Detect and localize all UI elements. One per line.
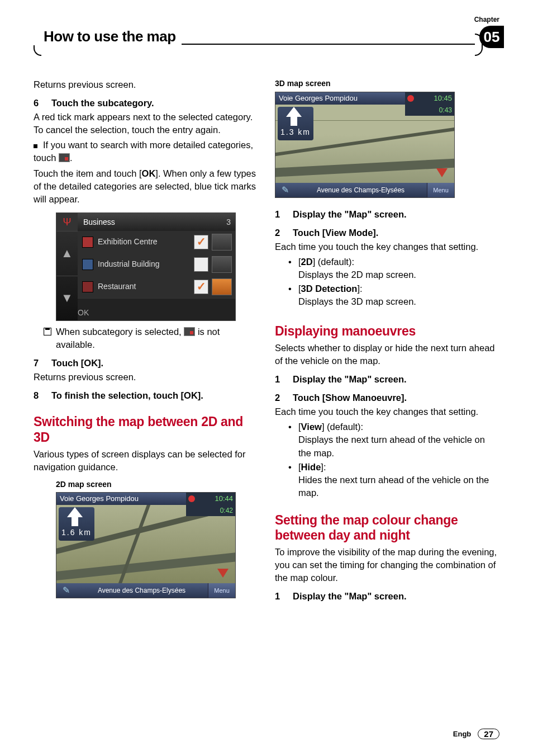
step-2: 2 Touch [View Mode]. [275,226,499,239]
heading-colour: Setting the map colour change between da… [275,513,499,544]
category-count: 3 [226,213,231,231]
step-8: 8 To finish the selection, touch [OK]. [34,389,258,402]
step-2b: 2 Touch [Show Manoeuvre]. [275,391,499,404]
language-code: Engb [453,730,472,738]
bullet-view: • [View] (default):Displays the next tur… [288,420,499,459]
left-column: Returns previous screen. 6 Touch the sub… [34,78,258,604]
page-number: 27 [478,729,499,739]
category-header: Business 3 [78,213,235,231]
turn-arrow-icon [68,509,85,526]
turn-indicator: 1.6 km [59,507,94,541]
tool-icon: ✎ [275,183,294,197]
heading-switching: Switching the map between 2D and 3D [34,414,258,445]
poi-icon [82,259,93,270]
category-row: Exhibition Centre ✓ [78,231,235,254]
caption-2d: 2D map screen [56,479,258,490]
up-arrow-icon: ▲ [56,231,78,276]
detail-icon [59,153,70,162]
right-column: 3D map screen Voie Georges Pompidou 10:4… [275,78,499,604]
note-icon [44,325,56,351]
screenshot-3d-map: Voie Georges Pompidou 10:45 0:43 1.3 km … [275,92,455,198]
menu-button-label: Menu [427,183,454,197]
menu-button-label: Menu [208,583,235,598]
detail-icon [184,327,195,336]
turn-indicator: 1.3 km [278,107,313,140]
page-header: How to use the map Chapter 05 [34,28,499,56]
text: A red tick mark appears next to the sele… [34,111,258,136]
text: Selects whether to display or hide the n… [275,342,499,367]
heading-manoeuvres: Displaying manoeuvres [275,324,499,339]
destination-flag-icon [436,168,448,177]
turn-distance: 1.3 km [278,127,313,138]
step-1: 1 Display the "Map" screen. [275,208,499,221]
turn-distance: 1.6 km [59,527,94,538]
text: Returns previous screen. [34,371,258,384]
screenshot-2d-map: Voie Georges Pompidou 10:44 0:42 1.6 km … [56,492,236,598]
bullet-3d: • [3D Detection]:Displays the 3D map scr… [288,282,499,308]
eta-time: 0:42 [186,505,235,516]
turn-arrow-icon [287,109,304,126]
chapter-title: How to use the map [34,28,182,45]
checkbox-checked-icon: ✓ [194,235,208,249]
tool-icon: ✎ [56,583,75,598]
chapter-label: Chapter [474,16,499,23]
detail-button [212,256,232,273]
next-street: Avenue des Champs-Elysées [294,183,427,197]
caption-3d: 3D map screen [275,78,499,89]
bullet-hide: • [Hide]:Hides the next turn ahead of th… [288,461,499,499]
checkbox-checked-icon: ✓ [194,280,208,294]
checkbox-unchecked-icon: ✓ [194,257,208,272]
filter-icon: Ψ [56,213,78,231]
detail-button [212,234,232,251]
clock-time: 10:44 [186,493,235,505]
eta-time: 0:43 [405,105,454,116]
text: To improve the visibility of the map dur… [275,546,499,584]
list-item: If you want to search with more detailed… [34,139,258,164]
next-street: Avenue des Champs-Elysées [75,583,208,598]
step-1c: 1 Display the "Map" screen. [275,590,499,603]
current-street: Voie Georges Pompidou [275,92,405,105]
note: When subcategory is selected, is not ava… [44,325,258,351]
text: Touch the item and touch [OK]. When only… [34,167,258,206]
current-street: Voie Georges Pompidou [56,493,186,505]
chapter-number: 05 [479,26,504,48]
step-6: 6 Touch the subcategory. [34,97,258,110]
page-footer: Engb 27 [453,729,499,739]
poi-icon [82,237,93,248]
step-1b: 1 Display the "Map" screen. [275,373,499,386]
text: Returns previous screen. [34,78,258,91]
detail-button-active [212,278,232,295]
category-row: Restaurant ✓ [78,276,235,299]
text: Each time you touch the key changes that… [275,240,499,253]
clock-time: 10:45 [405,92,454,105]
ok-button-label: OK [78,305,235,320]
text: Each time you touch the key changes that… [275,405,499,418]
svg-rect-1 [45,328,50,330]
step-7: 7 Touch [OK]. [34,357,258,370]
category-row: Industrial Building ✓ [78,253,235,276]
bullet-2d: • [2D] (default):Displays the 2D map scr… [288,256,499,281]
destination-flag-icon [217,569,229,578]
text: Various types of screen displays can be … [34,448,258,474]
poi-icon [82,281,93,292]
down-arrow-icon: ▼ [56,276,78,320]
screenshot-category-list: Ψ ▲ ▼ Business 3 Exhibition Centre ✓ Ind… [56,212,236,321]
